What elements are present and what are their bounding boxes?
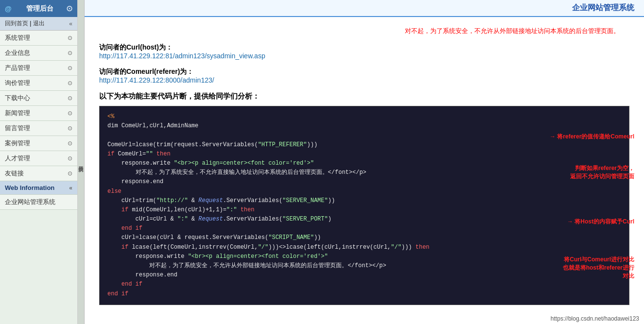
chevron-down-icon: ⊙	[68, 65, 72, 71]
footer-url: https://blog.csdn.net/haodawei123	[551, 315, 639, 322]
sidebar-item-product[interactable]: 产品管理 ⊙	[0, 61, 77, 76]
sidebar: @ 管理后台 ⊙ 回到首页 | 退出 « 系统管理 ⊙ 企业信息 ⊙ 产品管理 …	[0, 0, 78, 324]
app-title: 企业网站管理系统	[572, 3, 634, 12]
annotation-4: 将Curl与Comeurl进行对比也就是将host和referer进行对比	[563, 256, 634, 280]
sidebar-item-inquiry[interactable]: 询价管理 ⊙	[0, 76, 77, 91]
home-link[interactable]: 回到首页	[5, 20, 28, 27]
sidebar-item-label: 产品管理	[5, 64, 30, 72]
sidebar-item-label: 新闻管理	[5, 109, 30, 118]
sidebar-item-label: 友链接	[5, 169, 24, 178]
admin-label: 管理后台	[26, 4, 53, 13]
sidebar-item-label: 案例管理	[5, 139, 30, 148]
sidebar-item-label: 询价管理	[5, 79, 30, 87]
content-area: 对不起，为了系统安全，不允许从外部链接地址访问本系统的后台管理页面。 访问者的C…	[85, 17, 644, 324]
chevron-down-icon: ⊙	[68, 80, 72, 86]
sidebar-item-system[interactable]: 系统管理 ⊙	[0, 31, 77, 46]
chevron-down-icon: ⊙	[68, 140, 72, 147]
sidebar-item-news[interactable]: 新闻管理 ⊙	[0, 106, 77, 121]
sidebar-item-webinfo[interactable]: Web Information «	[0, 181, 77, 195]
sidebar-item-label: Web Information	[5, 184, 54, 191]
sidebar-collapse-icon[interactable]: ⊙	[66, 4, 72, 13]
collapse-handle[interactable]: 展开切换	[78, 0, 85, 324]
sidebar-item-label: 留言管理	[5, 124, 30, 133]
sidebar-item-label: 系统管理	[5, 34, 30, 42]
comeurl-label: 访问者的Comeurl(referer)为：	[99, 68, 193, 75]
code-section-title: 以下为本功能主要代码片断，提供给同学们分析：	[99, 92, 629, 101]
sidebar-item-friendlink[interactable]: 友链接 ⊙	[0, 166, 77, 181]
top-bar: 企业网站管理系统	[85, 0, 644, 17]
chevron-left-icon: «	[69, 185, 72, 191]
nav-arrow-icon[interactable]: «	[69, 20, 72, 27]
curl-label: 访问者的Curl(host)为：	[99, 43, 173, 51]
sidebar-item-company[interactable]: 企业信息 ⊙	[0, 46, 77, 61]
curl-value: http://117.41.229.122:81/admin123/sysadm…	[99, 52, 265, 60]
chevron-down-icon: ⊙	[68, 125, 72, 132]
annotation-3: → 将Host的内容赋予Curl	[567, 218, 634, 226]
at-sign: @	[5, 5, 12, 13]
sidebar-item-label: 企业信息	[5, 49, 30, 57]
sidebar-item-label: 人才管理	[5, 154, 30, 163]
logout-link[interactable]: 退出	[33, 20, 45, 27]
sidebar-item-message[interactable]: 留言管理 ⊙	[0, 121, 77, 136]
curl-info: 访问者的Curl(host)为： http://117.41.229.122:8…	[99, 43, 629, 60]
sidebar-nav-row: 回到首页 | 退出 «	[0, 17, 77, 31]
chevron-down-icon: ⊙	[68, 170, 72, 177]
main-content: 企业网站管理系统 对不起，为了系统安全，不允许从外部链接地址访问本系统的后台管理…	[85, 0, 644, 324]
annotation-1: → 将referer的值传递给Comeurl	[550, 133, 634, 141]
error-message: 对不起，为了系统安全，不允许从外部链接地址访问本系统的后台管理页面。	[99, 27, 629, 35]
sidebar-item-talent[interactable]: 人才管理 ⊙	[0, 151, 77, 166]
chevron-down-icon: ⊙	[68, 50, 72, 56]
code-block-wrapper: <% dim ComeUrl,cUrl,AdminName ComeUrl=lc…	[99, 106, 629, 305]
annotation-2: 判断如果referer为空，返回不允许访问管理页面	[570, 164, 634, 181]
sidebar-item-label: 下载中心	[5, 94, 30, 102]
sidebar-item-enterprise[interactable]: 企业网站管理系统	[0, 195, 77, 210]
sidebar-item-download[interactable]: 下载中心 ⊙	[0, 91, 77, 106]
sidebar-item-label: 企业网站管理系统	[5, 198, 55, 206]
chevron-down-icon: ⊙	[68, 110, 72, 117]
chevron-down-icon: ⊙	[68, 34, 72, 41]
comeurl-info: 访问者的Comeurl(referer)为： http://117.41.229…	[99, 68, 629, 84]
chevron-down-icon: ⊙	[68, 155, 72, 162]
chevron-down-icon: ⊙	[68, 95, 72, 102]
sidebar-header: @ 管理后台 ⊙	[0, 0, 77, 17]
sidebar-item-case[interactable]: 案例管理 ⊙	[0, 136, 77, 151]
comeurl-value: http://117.41.229.122:8000/admin123/	[99, 76, 214, 84]
